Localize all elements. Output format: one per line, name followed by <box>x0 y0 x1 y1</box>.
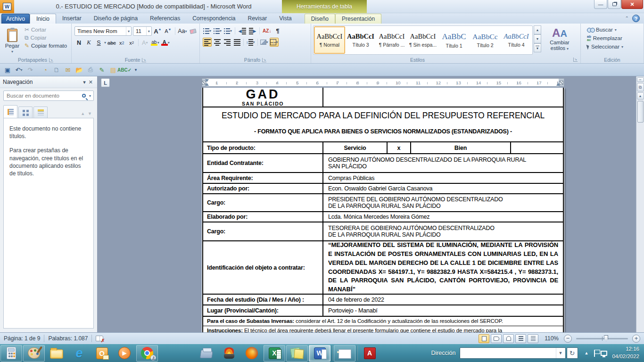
print-layout-view-button[interactable] <box>479 334 489 343</box>
zoom-in-icon[interactable]: + <box>632 335 640 343</box>
full-screen-reading-view-button[interactable] <box>491 334 502 343</box>
tab-vista[interactable]: Vista <box>273 14 297 24</box>
change-styles-button[interactable]: AA Cambiar estilos ▾ <box>545 26 574 51</box>
replace-button[interactable]: abacReemplazar <box>586 34 644 42</box>
shrink-font-button[interactable]: A▼ <box>164 27 173 36</box>
font-color-button[interactable]: A▾ <box>161 38 170 47</box>
undo-icon[interactable]: ↶▾ <box>14 65 24 75</box>
outline-view-button[interactable] <box>515 334 526 343</box>
style-titulo-3[interactable]: AaBbCcITítulo 3 <box>345 26 376 54</box>
tab-revisar[interactable]: Revisar <box>242 14 273 24</box>
taskbar-word-icon[interactable]: W <box>309 345 330 362</box>
collapse-ribbon-icon[interactable]: ⌃ <box>625 16 629 21</box>
zoom-out-icon[interactable]: − <box>564 335 572 343</box>
zoom-slider[interactable] <box>576 338 628 339</box>
cut-button[interactable]: ✂Cortar <box>23 26 68 33</box>
taskbar-paint-icon[interactable] <box>23 345 45 362</box>
tab-referencias[interactable]: Referencias <box>144 14 186 24</box>
previous-heading-icon[interactable]: ▲ <box>81 111 87 118</box>
taskbar-clock[interactable]: 12:16 04/02/2022 <box>612 346 639 360</box>
open-icon[interactable]: 📂 <box>74 65 84 75</box>
nav-tab-results[interactable] <box>33 107 48 118</box>
style-parrafo[interactable]: AaBbCcI¶ Párrafo ... <box>376 26 407 54</box>
nav-tab-headings[interactable] <box>3 105 17 118</box>
navigation-menu-icon[interactable]: ▾ <box>82 79 87 85</box>
style-titulo-4[interactable]: AaBbCcITítulo 4 <box>501 26 532 54</box>
justify-button[interactable] <box>232 38 241 47</box>
show-marks-button[interactable]: ¶ <box>273 26 282 35</box>
taskbar-grill-app-icon[interactable] <box>218 345 240 362</box>
address-input[interactable] <box>460 348 556 358</box>
styles-dialog-launcher[interactable]: ↘ <box>573 58 578 62</box>
address-input-box[interactable]: ▼ <box>460 347 566 359</box>
page-indicator[interactable]: Página: 1 de 9 <box>4 335 40 342</box>
bold-button[interactable]: N <box>74 38 83 47</box>
taskbar-outlook-icon[interactable]: O <box>91 345 113 362</box>
find-button[interactable]: Buscar▾ <box>586 26 644 33</box>
word-app-icon[interactable]: W <box>0 0 14 13</box>
text-effects-button[interactable]: A▾ <box>140 38 149 47</box>
clipboard-dialog-launcher[interactable]: ↘ <box>49 58 53 62</box>
align-right-button[interactable] <box>223 38 231 47</box>
hanging-indent-marker[interactable] <box>205 83 209 86</box>
styles-scroll-down[interactable]: ▼ <box>534 34 541 43</box>
tab-archivo[interactable]: Archivo <box>1 14 30 24</box>
show-hidden-icons-icon[interactable]: ▲ <box>585 351 589 355</box>
subscript-button[interactable]: x2 <box>117 38 126 47</box>
email-icon[interactable]: ✉ <box>63 65 73 75</box>
zoom-slider-thumb[interactable] <box>604 335 608 342</box>
tab-correspondencia[interactable]: Correspondencia <box>186 14 241 24</box>
paste-dropdown-icon[interactable]: ▾ <box>11 49 13 54</box>
increase-indent-button[interactable]: ▶ <box>248 26 257 35</box>
refresh-icon[interactable]: ↻ <box>567 347 578 359</box>
split-handle[interactable]: ═ <box>637 77 644 82</box>
shading-button[interactable]: ▾ <box>260 38 269 47</box>
document-page[interactable]: GAD SAN PLÁCIDO ESTUDIO DE MERCADO PARA … <box>202 88 564 332</box>
tab-insertar[interactable]: Insertar <box>56 14 88 24</box>
font-family-combo[interactable]: Times New Rom▾ <box>74 26 132 36</box>
network-icon[interactable] <box>601 351 607 356</box>
close-button[interactable]: ✕ <box>621 0 643 9</box>
search-icon[interactable] <box>82 94 86 98</box>
minimize-button[interactable]: — <box>594 0 607 9</box>
highlight-button[interactable]: ab▾ <box>150 38 160 47</box>
right-indent-marker[interactable] <box>556 83 560 86</box>
align-left-button[interactable] <box>203 38 212 47</box>
numbering-button[interactable]: ▾ <box>213 26 222 35</box>
paragraph-dialog-launcher[interactable]: ↘ <box>262 58 266 62</box>
paste-button[interactable]: Pegar ▾ <box>2 25 22 57</box>
navigation-search-box[interactable]: ▾ <box>3 90 94 101</box>
action-center-flag-icon[interactable] <box>594 350 595 357</box>
scroll-up-icon[interactable]: ▲ <box>637 92 644 99</box>
taskbar-photo-viewer-icon[interactable] <box>334 345 355 362</box>
tab-stop-selector[interactable]: L <box>101 78 110 87</box>
line-spacing-button[interactable]: ↕▾ <box>246 38 256 47</box>
grow-font-button[interactable]: A▲ <box>153 27 162 36</box>
navigation-close-icon[interactable]: ✕ <box>87 79 94 85</box>
web-layout-view-button[interactable] <box>503 334 514 343</box>
underline-button[interactable]: S <box>94 38 103 47</box>
tab-diseno-tabla[interactable]: Diseño <box>305 14 335 24</box>
taskbar-scanner-icon[interactable] <box>196 345 217 362</box>
save-icon[interactable]: ▣ <box>2 65 13 75</box>
search-input[interactable] <box>4 93 82 99</box>
select-button[interactable]: Seleccionar▾ <box>586 43 644 50</box>
style-titulo-2[interactable]: AaBbCcTítulo 2 <box>470 26 501 54</box>
bullets-button[interactable]: ▾ <box>203 26 212 35</box>
search-options-icon[interactable]: ▾ <box>89 94 93 98</box>
format-painter-button[interactable]: ✎Copiar formato <box>23 42 68 49</box>
taskbar-media-player-icon[interactable]: ▶ <box>114 345 135 362</box>
taskbar-firefox-icon[interactable] <box>241 345 263 362</box>
proofing-errors-icon[interactable] <box>96 336 103 341</box>
sort-button[interactable]: AZ↓ <box>262 26 272 35</box>
new-document-icon[interactable]: 🗋 <box>51 65 62 75</box>
tab-inicio[interactable]: Inicio <box>30 14 56 24</box>
strikethrough-button[interactable]: abc <box>107 38 116 47</box>
superscript-button[interactable]: x2 <box>127 38 136 47</box>
taskbar-file-explorer-icon[interactable] <box>46 345 67 362</box>
tab-diseno-de-pagina[interactable]: Diseño de página <box>88 14 144 24</box>
address-dropdown-icon[interactable]: ▼ <box>556 348 565 358</box>
horizontal-ruler[interactable]: 123456789101112131415161718 <box>202 78 564 87</box>
draft-view-button[interactable] <box>528 334 538 343</box>
underline-dropdown-icon[interactable]: ▾ <box>104 41 106 45</box>
